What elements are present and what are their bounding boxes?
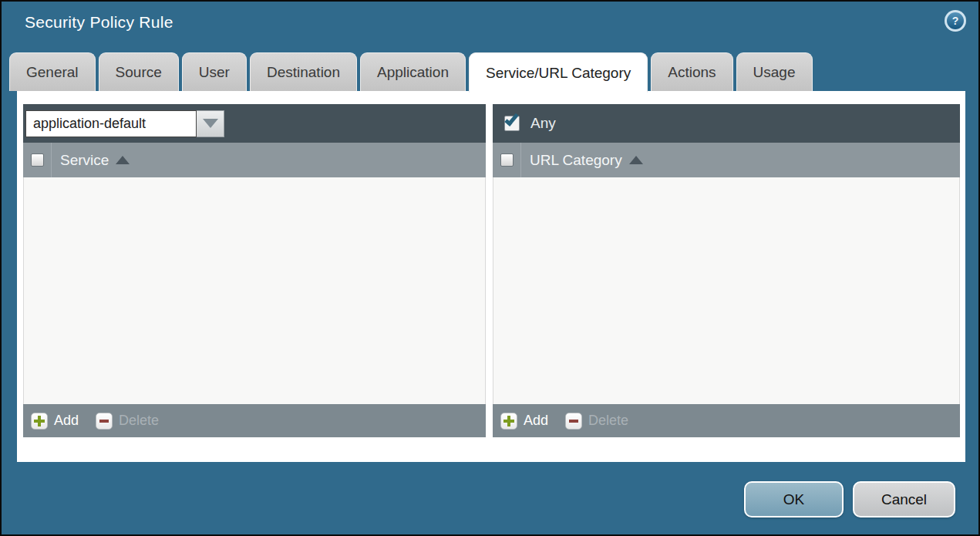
service-add-button[interactable]: Add — [31, 413, 79, 430]
add-plus-icon — [31, 413, 48, 430]
help-question-glyph: ? — [947, 12, 964, 29]
url-category-panel-footer: Add Delete — [493, 404, 960, 437]
service-panel-toolbar: application-default — [23, 104, 486, 143]
service-delete-button[interactable]: Delete — [96, 413, 159, 430]
any-checkbox[interactable] — [504, 116, 520, 131]
tab-user[interactable]: User — [182, 52, 247, 91]
url-category-table-header: URL Category — [493, 143, 960, 177]
service-table-body — [23, 177, 486, 404]
tab-service-url-category[interactable]: Service/URL Category — [469, 52, 648, 93]
security-policy-rule-dialog: Security Policy Rule ? General Source Us… — [0, 0, 980, 536]
url-category-panel: Any URL Category Add Delete — [493, 104, 960, 437]
url-category-add-button[interactable]: Add — [500, 413, 548, 430]
service-type-dropdown-button[interactable] — [197, 110, 224, 137]
chevron-down-icon — [203, 119, 218, 128]
tab-usage[interactable]: Usage — [736, 52, 813, 91]
checkmark-icon — [504, 111, 518, 126]
tab-application[interactable]: Application — [360, 52, 466, 91]
service-panel-footer: Add Delete — [23, 404, 486, 437]
url-category-delete-button[interactable]: Delete — [565, 413, 628, 430]
header-divider — [520, 143, 521, 177]
service-select-all-checkbox[interactable] — [31, 153, 44, 167]
service-type-dropdown[interactable]: application-default — [25, 110, 197, 137]
header-divider — [51, 143, 52, 177]
sort-ascending-icon[interactable] — [116, 156, 130, 164]
tab-general[interactable]: General — [9, 52, 96, 91]
tab-content-area: application-default Service Add — [17, 91, 965, 462]
add-plus-icon — [500, 413, 517, 430]
service-column-header: Service — [60, 152, 109, 169]
tab-destination[interactable]: Destination — [250, 52, 357, 91]
any-checkbox-label: Any — [530, 115, 556, 132]
tab-actions[interactable]: Actions — [651, 52, 732, 91]
service-table-header: Service — [23, 143, 486, 177]
cancel-button[interactable]: Cancel — [853, 481, 955, 517]
url-category-column-header: URL Category — [530, 152, 622, 169]
url-category-select-all-checkbox[interactable] — [500, 153, 514, 167]
delete-minus-icon — [565, 413, 582, 430]
tab-bar: General Source User Destination Applicat… — [9, 52, 813, 91]
dialog-title: Security Policy Rule — [25, 13, 173, 32]
service-panel: application-default Service Add — [23, 104, 486, 437]
delete-minus-icon — [96, 413, 113, 430]
sort-ascending-icon[interactable] — [629, 156, 643, 164]
url-category-table-body — [493, 177, 960, 404]
ok-button[interactable]: OK — [744, 481, 844, 517]
help-icon[interactable]: ? — [945, 10, 966, 32]
url-category-panel-toolbar: Any — [493, 104, 960, 143]
tab-source[interactable]: Source — [99, 52, 179, 91]
